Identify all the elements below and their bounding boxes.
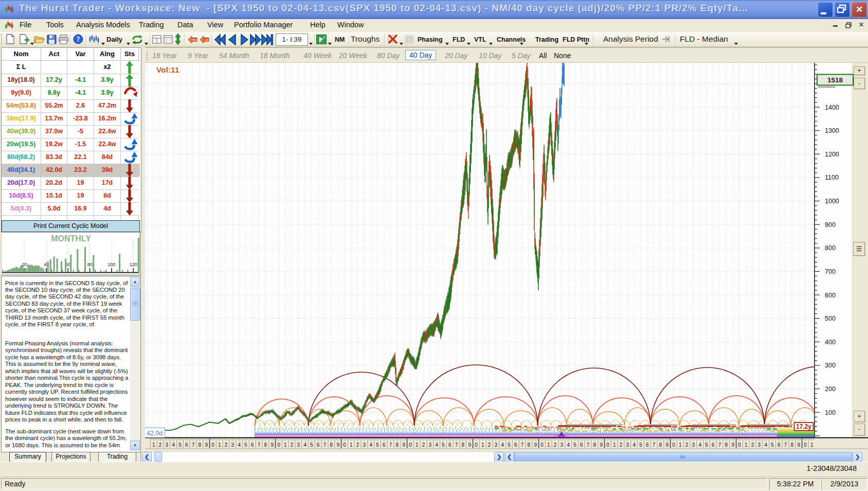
svg-text:9: 9	[534, 442, 537, 448]
svg-text:500: 500	[825, 315, 836, 322]
svg-text:7: 7	[718, 442, 721, 448]
svg-text:0: 0	[211, 442, 214, 448]
svg-text:1100: 1100	[825, 174, 839, 181]
svg-text:9: 9	[665, 442, 668, 448]
svg-text:5: 5	[639, 442, 642, 448]
svg-text:7: 7	[587, 442, 590, 448]
svg-text:4: 4	[238, 442, 241, 448]
svg-text:7: 7	[389, 442, 392, 448]
svg-text:6: 6	[317, 442, 320, 448]
svg-text:3: 3	[626, 442, 629, 448]
svg-text:4: 4	[764, 442, 767, 448]
svg-text:7: 7	[784, 442, 787, 448]
svg-text:8: 8	[462, 442, 465, 448]
svg-text:600: 600	[825, 292, 836, 299]
svg-text:0: 0	[672, 442, 675, 448]
svg-text:7: 7	[653, 442, 656, 448]
svg-text:6: 6	[251, 442, 254, 448]
svg-text:4: 4	[435, 442, 438, 448]
svg-text:0: 0	[409, 442, 412, 448]
svg-text:2: 2	[554, 442, 557, 448]
svg-text:17.2y: 17.2y	[796, 423, 811, 430]
svg-text:MONTHLY: MONTHLY	[51, 234, 91, 243]
svg-text:1: 1	[547, 442, 550, 448]
svg-text:1: 1	[481, 442, 484, 448]
svg-text:8: 8	[396, 442, 399, 448]
svg-text:8: 8	[725, 442, 728, 448]
svg-text:9: 9	[270, 442, 274, 448]
svg-text:1: 1	[415, 442, 419, 448]
svg-text:9: 9	[205, 442, 208, 448]
svg-text:4: 4	[501, 442, 504, 448]
svg-text:1000: 1000	[825, 198, 839, 205]
svg-text:3: 3	[297, 442, 300, 448]
svg-text:300: 300	[825, 362, 836, 369]
svg-text:4: 4	[567, 442, 570, 448]
svg-text:1: 1	[613, 442, 616, 448]
svg-text:4: 4	[172, 442, 175, 448]
svg-text:400: 400	[825, 339, 836, 346]
svg-text:8: 8	[264, 442, 267, 448]
svg-text:0: 0	[738, 442, 741, 448]
svg-text:1: 1	[218, 442, 221, 448]
svg-text:9: 9	[731, 442, 734, 448]
svg-text:6: 6	[712, 442, 715, 448]
svg-text:3: 3	[758, 442, 761, 448]
svg-text:6: 6	[580, 442, 583, 448]
svg-text:3: 3	[495, 442, 498, 448]
svg-text:80: 80	[87, 262, 93, 267]
svg-text:800: 800	[825, 244, 836, 252]
svg-text:?: ?	[77, 36, 80, 43]
svg-text:5: 5	[244, 442, 247, 448]
svg-text:2: 2	[751, 442, 754, 448]
svg-text:1518: 1518	[827, 76, 843, 84]
svg-text:3: 3	[166, 442, 169, 448]
svg-text:4: 4	[698, 442, 701, 448]
svg-text:7: 7	[323, 442, 327, 448]
svg-text:1: 1	[350, 442, 353, 448]
svg-text:6: 6	[646, 442, 649, 448]
svg-text:6: 6	[383, 442, 386, 448]
svg-text:3: 3	[363, 442, 366, 448]
svg-text:0: 0	[277, 442, 280, 448]
svg-text:2: 2	[291, 442, 294, 448]
svg-text:4: 4	[369, 442, 372, 448]
svg-text:5: 5	[705, 442, 708, 448]
svg-text:900: 900	[825, 221, 836, 229]
svg-text:2: 2	[620, 442, 623, 448]
svg-text:1: 1	[679, 442, 682, 448]
svg-text:42.0d: 42.0d	[147, 430, 162, 437]
svg-text:0: 0	[475, 442, 478, 448]
svg-text:8: 8	[593, 442, 596, 448]
svg-text:8: 8	[659, 442, 662, 448]
svg-text:700: 700	[825, 268, 836, 275]
svg-text:0: 0	[540, 442, 544, 448]
svg-text:1: 1	[745, 442, 748, 448]
svg-text:120: 120	[130, 262, 137, 267]
svg-text:9: 9	[468, 442, 471, 448]
svg-text:2: 2	[422, 442, 425, 448]
svg-text:6: 6	[777, 442, 781, 448]
svg-text:1300: 1300	[825, 127, 839, 134]
svg-text:1: 1	[810, 442, 813, 448]
svg-text:100: 100	[107, 262, 115, 267]
svg-text:9: 9	[402, 442, 405, 448]
svg-text:7: 7	[258, 442, 261, 448]
svg-text:3: 3	[692, 442, 695, 448]
svg-text:9: 9	[797, 442, 800, 448]
svg-text:1: 1	[284, 442, 287, 448]
svg-text:1: 1	[152, 442, 155, 448]
svg-text:8: 8	[330, 442, 333, 448]
svg-text:6: 6	[185, 442, 188, 448]
svg-text:2: 2	[159, 442, 162, 448]
svg-text:3: 3	[560, 442, 564, 448]
svg-text:1400: 1400	[825, 104, 839, 111]
svg-text:0: 0	[343, 442, 346, 448]
svg-text:200: 200	[825, 385, 836, 393]
svg-text:50: 50	[192, 38, 197, 42]
svg-text:5: 5	[178, 442, 182, 448]
svg-text:2: 2	[356, 442, 359, 448]
svg-text:3: 3	[429, 442, 432, 448]
svg-text:5: 5	[376, 442, 379, 448]
svg-text:4: 4	[303, 442, 306, 448]
